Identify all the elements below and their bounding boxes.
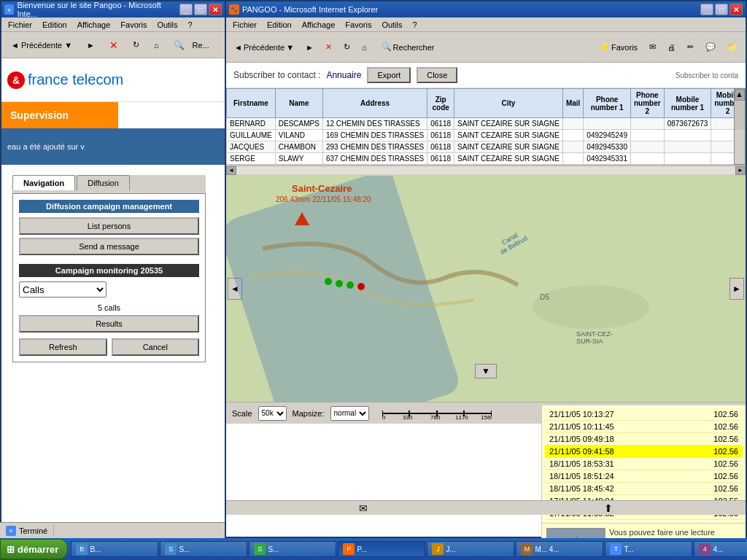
back-dropdown-icon: ▼ bbox=[286, 43, 294, 52]
main-mail-button[interactable]: ✉ bbox=[644, 35, 661, 60]
main-menu-fichier[interactable]: Fichier bbox=[231, 20, 259, 30]
main-favorites-star[interactable]: ⭐ Favoris bbox=[595, 35, 643, 60]
taskbar-icon-pangoo: P bbox=[343, 543, 355, 555]
bg-forward-button[interactable]: ► bbox=[80, 34, 101, 56]
bg-menu-favoris[interactable]: Favoris bbox=[118, 20, 149, 30]
main-search-button[interactable]: 🔍 Rechercher bbox=[376, 35, 440, 60]
main-print-button[interactable]: 🖨 bbox=[662, 35, 681, 60]
nav-sidebar: Navigation Diffusion Diffusion campaign … bbox=[12, 175, 206, 362]
main-browser-window: 🐾 PANGOO - Microsoft Internet Explorer _… bbox=[225, 0, 747, 538]
bg-menu-fichier[interactable]: Fichier bbox=[6, 20, 34, 30]
main-edit-button[interactable]: ✏ bbox=[682, 35, 699, 60]
ft-banner-text: eau a été ajouté sur v bbox=[7, 142, 85, 151]
main-toolbar: ◄ Précédente ▼ ► ✕ ↻ ⌂ 🔍 Rechercher ⭐ Fa… bbox=[226, 32, 746, 63]
main-home-button[interactable]: ⌂ bbox=[357, 35, 372, 60]
bg-refresh-button[interactable]: ↻ bbox=[126, 34, 146, 56]
export-button[interactable]: Export bbox=[367, 67, 411, 83]
subscriber-table-container: Firstname Name Address Zip code City Mai… bbox=[226, 88, 746, 165]
table-scrollbar[interactable]: ▲ ▼ bbox=[734, 88, 746, 165]
bg-window-icon: e bbox=[4, 4, 14, 15]
tab-diffusion[interactable]: Diffusion bbox=[77, 175, 130, 190]
supervision-button[interactable]: Supervision bbox=[1, 102, 118, 128]
table-row[interactable]: SERGESLAWY637 CHEMIN DES TIRASSES06118SA… bbox=[227, 153, 735, 165]
bg-menu-outils[interactable]: Outils bbox=[155, 20, 179, 30]
send-message-button[interactable]: Send a message bbox=[19, 238, 199, 255]
main-menu-edition[interactable]: Edition bbox=[265, 20, 294, 30]
main-minimize-button[interactable]: _ bbox=[700, 4, 713, 15]
main-menubar: Fichier Edition Affichage Favoris Outils… bbox=[226, 18, 746, 32]
taskbar-item-3[interactable]: S S... bbox=[249, 541, 336, 557]
results-button[interactable]: Results bbox=[19, 315, 199, 332]
taskbar-item-4[interactable]: J J... bbox=[427, 541, 514, 557]
table-row[interactable]: BERNARDDESCAMPS12 CHEMIN DES TIRASSES061… bbox=[227, 118, 735, 130]
bg-close-button[interactable]: ✕ bbox=[209, 4, 222, 15]
main-menu-help[interactable]: ? bbox=[411, 20, 419, 30]
main-discuss-button[interactable]: 💬 bbox=[700, 35, 721, 60]
tab-navigation[interactable]: Navigation bbox=[12, 175, 75, 190]
subscriber-label: Subscriber to contact : bbox=[233, 70, 320, 80]
main-menu-outils[interactable]: Outils bbox=[379, 20, 404, 30]
reading-row[interactable]: 18/11/05 18:45:42102.56 bbox=[545, 483, 743, 495]
taskbar-icon-7: 4 bbox=[699, 543, 711, 555]
table-hscrollbar[interactable]: ◄ ► bbox=[226, 165, 746, 175]
bg-menu-edition[interactable]: Edition bbox=[40, 20, 69, 30]
reading-row[interactable]: 21/11/05 09:41:58102.56 bbox=[545, 446, 743, 458]
reading-row[interactable]: 18/11/05 18:53:31102.56 bbox=[545, 458, 743, 470]
main-maximize-button[interactable]: □ bbox=[715, 4, 728, 15]
taskbar-item-7[interactable]: 4 4... bbox=[694, 541, 747, 557]
main-forward-button[interactable]: ► bbox=[301, 35, 319, 60]
taskbar-item-2[interactable]: S S... bbox=[160, 541, 247, 557]
taskbar-icon-2: S bbox=[165, 543, 177, 555]
bg-status-termine: e Terminé bbox=[0, 524, 54, 537]
table-row[interactable]: GUILLAUMEVILAND169 CHEMIN DES TIRASSES06… bbox=[227, 130, 735, 141]
taskbar-item-1[interactable]: B B... bbox=[71, 541, 158, 557]
reading-row[interactable]: 21/11/05 10:13:27102.56 bbox=[545, 408, 743, 421]
subscriber-value: Annuaire bbox=[326, 70, 361, 80]
bg-back-button[interactable]: ◄ Précédente ▼ bbox=[4, 34, 79, 56]
subscriber-area: Subscriber to contact : Annuaire Export … bbox=[226, 63, 746, 176]
bg-menu-help[interactable]: ? bbox=[186, 20, 195, 30]
bg-menubar: Fichier Edition Affichage Favoris Outils… bbox=[1, 18, 225, 32]
refresh-button[interactable]: Refresh bbox=[19, 338, 107, 356]
scale-label: Scale bbox=[232, 409, 252, 418]
bg-stop-button[interactable]: ✕ bbox=[103, 34, 125, 56]
close-subscriber-button[interactable]: Close bbox=[417, 67, 457, 83]
main-close-button[interactable]: ✕ bbox=[729, 4, 743, 15]
reading-row[interactable]: 18/11/05 18:51:24102.56 bbox=[545, 470, 743, 483]
mapsize-select[interactable]: normal bbox=[330, 406, 369, 421]
main-refresh-button[interactable]: ↻ bbox=[338, 35, 355, 60]
bg-home-button[interactable]: ⌂ bbox=[147, 34, 166, 56]
main-back-button[interactable]: ◄ Précédente ▼ bbox=[229, 35, 299, 60]
calls-dropdown[interactable]: Calls bbox=[19, 281, 107, 298]
reading-row[interactable]: 21/11/05 10:11:45102.56 bbox=[545, 421, 743, 433]
col-phone2: Phone number 2 bbox=[630, 89, 664, 118]
cancel-button[interactable]: Cancel bbox=[112, 338, 200, 356]
table-row[interactable]: JACQUESCHAMBON293 CHEMIN DES TIRASSES061… bbox=[227, 141, 735, 153]
taskbar-icon-1: B bbox=[76, 543, 88, 555]
col-address: Address bbox=[322, 89, 427, 118]
map-and-readings-area: D5 Canal de Beltrud Saint-Cezaire 206.43… bbox=[226, 176, 746, 402]
main-stop-button[interactable]: ✕ bbox=[320, 35, 337, 60]
taskbar-item-pangoo[interactable]: P P... bbox=[338, 541, 425, 557]
bg-search-button[interactable]: 🔍 bbox=[167, 34, 191, 56]
list-persons-button[interactable]: List persons bbox=[19, 217, 199, 235]
bg-window-controls: _ □ ✕ bbox=[179, 4, 222, 15]
main-menu-favoris[interactable]: Favoris bbox=[343, 20, 374, 30]
map-nav-down-button[interactable]: ▼ bbox=[475, 364, 497, 378]
bg-maximize-button[interactable]: □ bbox=[194, 4, 207, 15]
map-area: D5 Canal de Beltrud Saint-Cezaire 206.43… bbox=[226, 176, 746, 402]
main-folder-button[interactable]: 📁 bbox=[722, 35, 743, 60]
calls-count: 5 calls bbox=[19, 300, 199, 315]
main-menu-affichage[interactable]: Affichage bbox=[300, 20, 338, 30]
col-name: Name bbox=[275, 89, 322, 118]
bg-minimize-button[interactable]: _ bbox=[179, 4, 193, 15]
reading-row[interactable]: 21/11/05 09:49:18102.56 bbox=[545, 433, 743, 446]
scale-select[interactable]: 50k bbox=[258, 406, 287, 421]
map-nav-right-button[interactable]: ► bbox=[729, 278, 744, 300]
start-button[interactable]: ⊞ démarrer bbox=[0, 539, 68, 559]
taskbar-item-5[interactable]: M M... 4... bbox=[516, 541, 603, 557]
taskbar-item-6[interactable]: T T... bbox=[605, 541, 692, 557]
bg-menu-affichage[interactable]: Affichage bbox=[75, 20, 113, 30]
nav-action-buttons: Refresh Cancel bbox=[19, 338, 199, 356]
svg-text:780: 780 bbox=[430, 414, 441, 419]
